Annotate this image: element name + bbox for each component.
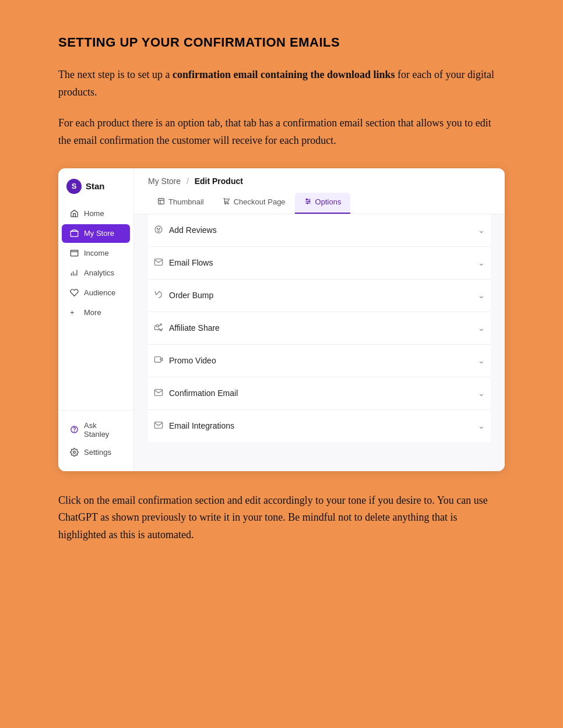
accordion-email-integrations[interactable]: Email Integrations ⌄ — [148, 410, 491, 442]
accordion-email-flows[interactable]: Email Flows ⌄ — [148, 247, 491, 280]
sidebar: S Stan Home My Store — [58, 168, 134, 471]
logo-icon: S — [66, 179, 82, 194]
tab-checkout[interactable]: Checkout Page — [213, 193, 295, 214]
sidebar-item-more-label: More — [84, 308, 101, 317]
para1-pre: The next step is to set up a — [58, 69, 173, 80]
svg-point-16 — [156, 324, 159, 327]
sidebar-item-income-label: Income — [84, 249, 109, 257]
paragraph-2: For each product there is an option tab,… — [58, 115, 505, 149]
store-icon — [70, 229, 79, 238]
confirmation-email-label: Confirmation Email — [169, 388, 238, 398]
sidebar-item-home[interactable]: Home — [62, 204, 130, 223]
breadcrumb-link[interactable]: My Store — [148, 176, 181, 186]
svg-rect-0 — [71, 231, 78, 236]
order-bump-icon — [154, 290, 163, 301]
svg-point-14 — [159, 228, 160, 229]
chevron-down-icon-4: ⌄ — [478, 323, 485, 333]
sidebar-item-analytics[interactable]: Analytics — [62, 264, 130, 282]
sidebar-item-settings[interactable]: Settings — [62, 443, 130, 462]
chevron-down-icon-6: ⌄ — [478, 388, 485, 398]
email-integrations-label: Email Integrations — [169, 421, 234, 430]
svg-point-10 — [308, 200, 309, 202]
accordion-add-reviews[interactable]: Add Reviews ⌄ — [148, 214, 491, 247]
tab-thumbnail[interactable]: Thumbnail — [148, 193, 213, 214]
sidebar-item-more[interactable]: + More — [62, 303, 130, 322]
svg-point-17 — [160, 324, 162, 326]
affiliate-icon — [154, 323, 163, 334]
promo-video-label: Promo Video — [169, 356, 216, 365]
askstanley-icon — [70, 425, 79, 434]
tab-options[interactable]: Options — [295, 193, 351, 214]
svg-rect-1 — [71, 250, 78, 256]
sidebar-item-askstanley-label: Ask Stanley — [84, 421, 122, 439]
breadcrumb-separator: / — [187, 176, 189, 186]
screenshot-ui: S Stan Home My Store — [58, 168, 505, 471]
sidebar-logo: S Stan — [58, 179, 133, 204]
breadcrumb: My Store / Edit Product — [148, 176, 491, 186]
svg-point-11 — [307, 202, 308, 203]
sidebar-item-home-label: Home — [84, 209, 104, 218]
main-area: My Store / Edit Product Thumbnail C — [134, 168, 505, 471]
affiliate-share-label: Affiliate Share — [169, 323, 220, 333]
page-title: SETTING UP YOUR CONFIRMATION EMAILS — [58, 35, 505, 50]
sidebar-item-income[interactable]: Income — [62, 244, 130, 263]
analytics-icon — [70, 268, 79, 278]
accordion-confirmation-email[interactable]: Confirmation Email ⌄ — [148, 377, 491, 410]
chevron-down-icon: ⌄ — [478, 225, 485, 235]
options-icon — [304, 197, 312, 207]
tabs-row: Thumbnail Checkout Page Options — [148, 193, 491, 214]
logo-text: Stan — [86, 181, 105, 191]
para1-bold: confirmation email containing the downlo… — [173, 69, 395, 80]
add-reviews-label: Add Reviews — [169, 225, 217, 235]
checkout-icon — [223, 197, 230, 207]
chevron-down-icon-2: ⌄ — [478, 258, 485, 268]
email-flows-label: Email Flows — [169, 258, 213, 267]
more-icon: + — [70, 308, 79, 317]
sidebar-bottom: Ask Stanley Settings — [58, 410, 133, 464]
promo-video-icon — [154, 355, 163, 366]
accordion-list: Add Reviews ⌄ Email Flows ⌄ — [134, 214, 505, 471]
accordion-affiliate-share[interactable]: Affiliate Share ⌄ — [148, 312, 491, 345]
svg-point-13 — [157, 228, 157, 229]
svg-point-9 — [306, 199, 307, 200]
tab-thumbnail-label: Thumbnail — [168, 197, 204, 206]
email-flows-icon — [154, 257, 163, 268]
settings-icon — [70, 448, 79, 457]
order-bump-label: Order Bump — [169, 291, 213, 300]
confirmation-email-icon — [154, 388, 163, 399]
sidebar-item-mystore[interactable]: My Store — [62, 224, 130, 243]
paragraph-1: The next step is to set up a confirmatio… — [58, 66, 505, 101]
accordion-order-bump[interactable]: Order Bump ⌄ — [148, 280, 491, 312]
email-integrations-icon — [154, 420, 163, 432]
svg-point-3 — [74, 431, 75, 432]
accordion-promo-video[interactable]: Promo Video ⌄ — [148, 345, 491, 377]
sidebar-item-mystore-label: My Store — [84, 229, 114, 238]
income-icon — [70, 249, 79, 258]
sidebar-item-askstanley[interactable]: Ask Stanley — [62, 416, 130, 443]
sidebar-item-analytics-label: Analytics — [84, 268, 114, 277]
tab-options-label: Options — [315, 197, 342, 206]
sidebar-nav: Home My Store Income Analy — [58, 204, 133, 404]
sidebar-item-settings-label: Settings — [84, 448, 111, 457]
chevron-down-icon-3: ⌄ — [478, 291, 485, 301]
breadcrumb-current: Edit Product — [195, 176, 243, 186]
paragraph-3: Click on the email confirmation section … — [58, 492, 505, 544]
main-header: My Store / Edit Product Thumbnail C — [134, 168, 505, 214]
sidebar-item-audience-label: Audience — [84, 288, 115, 297]
tab-checkout-label: Checkout Page — [234, 197, 286, 206]
chevron-down-icon-7: ⌄ — [478, 421, 485, 431]
reviews-icon — [154, 225, 163, 236]
chevron-down-icon-5: ⌄ — [478, 356, 485, 366]
home-icon — [70, 209, 79, 218]
audience-icon — [70, 288, 79, 298]
svg-rect-5 — [159, 198, 164, 204]
svg-point-4 — [73, 451, 76, 453]
thumbnail-icon — [157, 197, 165, 207]
sidebar-item-audience[interactable]: Audience — [62, 284, 130, 302]
